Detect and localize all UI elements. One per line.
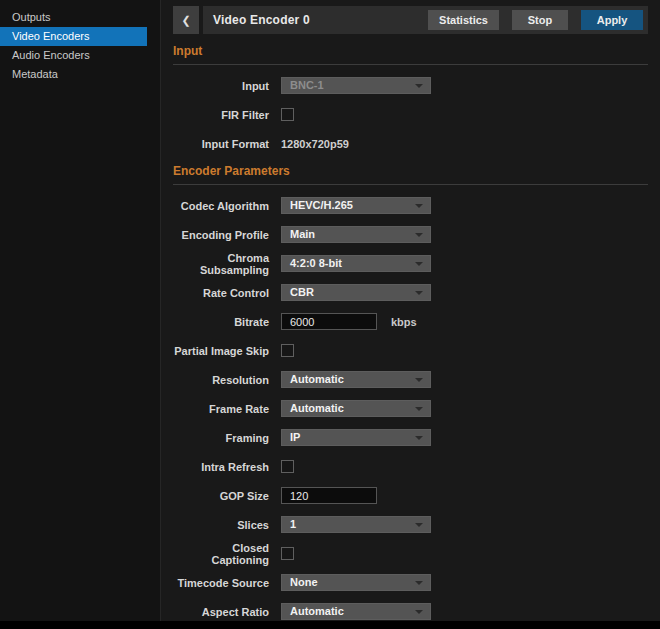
- apply-button[interactable]: Apply: [581, 10, 643, 30]
- sidebar-item-audio-encoders[interactable]: Audio Encoders: [0, 46, 147, 65]
- field-label: Resolution: [173, 374, 269, 386]
- codec-algorithm-value: HEVC/H.265: [290, 199, 353, 211]
- aspect-ratio-select[interactable]: Automatic: [281, 603, 431, 620]
- slices-row: Slices 1: [173, 516, 648, 533]
- codec-algorithm-row: Codec Algorithm HEVC/H.265: [173, 197, 648, 214]
- fir-filter-row: FIR Filter: [173, 106, 648, 123]
- timecode-source-row: Timecode Source None: [173, 574, 648, 591]
- sidebar-item-outputs[interactable]: Outputs: [0, 8, 147, 27]
- field-label: Encoding Profile: [173, 229, 269, 241]
- sidebar: Outputs Video Encoders Audio Encoders Me…: [0, 0, 159, 629]
- field-label: FIR Filter: [173, 109, 269, 121]
- field-label: Framing: [173, 432, 269, 444]
- codec-algorithm-select[interactable]: HEVC/H.265: [281, 197, 431, 214]
- field-label: Frame Rate: [173, 403, 269, 415]
- slices-value: 1: [290, 518, 296, 530]
- field-label: Rate Control: [173, 287, 269, 299]
- field-label: Slices: [173, 519, 269, 531]
- partial-image-skip-row: Partial Image Skip: [173, 342, 648, 359]
- field-label: Input Format: [173, 138, 269, 150]
- bitrate-unit-label: kbps: [391, 316, 417, 328]
- sidebar-item-metadata[interactable]: Metadata: [0, 65, 147, 84]
- chroma-subsampling-row: Chroma Subsampling 4:2:0 8-bit: [173, 255, 648, 272]
- statistics-button[interactable]: Statistics: [428, 10, 499, 30]
- input-section: Input Input BNC-1 FIR Filter Input Forma…: [173, 44, 648, 152]
- chevron-down-icon: [415, 378, 423, 382]
- closed-captioning-row: Closed Captioning: [173, 545, 648, 562]
- input-section-title: Input: [173, 44, 648, 65]
- framing-select[interactable]: IP: [281, 429, 431, 446]
- back-chevron-icon: ❮: [181, 14, 190, 27]
- chevron-down-icon: [415, 84, 423, 88]
- frame-rate-row: Frame Rate Automatic: [173, 400, 648, 417]
- gop-size-input[interactable]: [281, 487, 377, 504]
- frame-rate-value: Automatic: [290, 402, 344, 414]
- page-title: Video Encoder 0: [213, 13, 415, 27]
- aspect-ratio-value: Automatic: [290, 605, 344, 617]
- slices-select[interactable]: 1: [281, 516, 431, 533]
- encoding-profile-value: Main: [290, 228, 315, 240]
- bottom-edge-bar: [0, 621, 660, 629]
- header-title-strip: Video Encoder 0 Statistics Stop Apply: [203, 6, 648, 34]
- input-row: Input BNC-1: [173, 77, 648, 94]
- field-label: Codec Algorithm: [173, 200, 269, 212]
- aspect-ratio-row: Aspect Ratio Automatic: [173, 603, 648, 620]
- timecode-source-select[interactable]: None: [281, 574, 431, 591]
- encoder-parameters-section: Encoder Parameters Codec Algorithm HEVC/…: [173, 164, 648, 620]
- chevron-down-icon: [415, 436, 423, 440]
- framing-value: IP: [290, 431, 300, 443]
- field-label: Input: [173, 80, 269, 92]
- header-bar: ❮ Video Encoder 0 Statistics Stop Apply: [173, 6, 648, 34]
- resolution-row: Resolution Automatic: [173, 371, 648, 388]
- field-label: Closed Captioning: [173, 542, 269, 566]
- field-label: Aspect Ratio: [173, 606, 269, 618]
- encoder-parameters-section-title: Encoder Parameters: [173, 164, 648, 185]
- input-format-value: 1280x720p59: [281, 138, 349, 150]
- chroma-subsampling-select[interactable]: 4:2:0 8-bit: [281, 255, 431, 272]
- chevron-down-icon: [415, 233, 423, 237]
- resolution-select[interactable]: Automatic: [281, 371, 431, 388]
- stop-button[interactable]: Stop: [512, 10, 568, 30]
- main-panel: ❮ Video Encoder 0 Statistics Stop Apply …: [160, 0, 660, 629]
- rate-control-row: Rate Control CBR: [173, 284, 648, 301]
- chevron-down-icon: [415, 262, 423, 266]
- back-button[interactable]: ❮: [173, 6, 199, 34]
- encoder-settings-window: Outputs Video Encoders Audio Encoders Me…: [0, 0, 660, 629]
- field-label: Partial Image Skip: [173, 345, 269, 357]
- rate-control-select[interactable]: CBR: [281, 284, 431, 301]
- rate-control-value: CBR: [290, 286, 314, 298]
- intra-refresh-row: Intra Refresh: [173, 458, 648, 475]
- chevron-down-icon: [415, 291, 423, 295]
- bitrate-input[interactable]: [281, 313, 377, 330]
- chroma-subsampling-value: 4:2:0 8-bit: [290, 257, 342, 269]
- input-select-value: BNC-1: [290, 79, 324, 91]
- chevron-down-icon: [415, 204, 423, 208]
- framing-row: Framing IP: [173, 429, 648, 446]
- gop-size-row: GOP Size: [173, 487, 648, 504]
- resolution-value: Automatic: [290, 373, 344, 385]
- closed-captioning-checkbox[interactable]: [281, 547, 294, 560]
- input-select: BNC-1: [281, 77, 431, 94]
- bitrate-row: Bitrate kbps: [173, 313, 648, 330]
- chevron-down-icon: [415, 523, 423, 527]
- header-actions: Statistics Stop Apply: [415, 10, 643, 30]
- intra-refresh-checkbox[interactable]: [281, 460, 294, 473]
- timecode-source-value: None: [290, 576, 318, 588]
- sidebar-item-video-encoders[interactable]: Video Encoders: [0, 27, 147, 46]
- field-label: Chroma Subsampling: [173, 252, 269, 276]
- field-label: Bitrate: [173, 316, 269, 328]
- partial-image-skip-checkbox[interactable]: [281, 344, 294, 357]
- field-label: Timecode Source: [173, 577, 269, 589]
- encoding-profile-select[interactable]: Main: [281, 226, 431, 243]
- encoding-profile-row: Encoding Profile Main: [173, 226, 648, 243]
- chevron-down-icon: [415, 610, 423, 614]
- chevron-down-icon: [415, 581, 423, 585]
- field-label: GOP Size: [173, 490, 269, 502]
- chevron-down-icon: [415, 407, 423, 411]
- field-label: Intra Refresh: [173, 461, 269, 473]
- input-format-row: Input Format 1280x720p59: [173, 135, 648, 152]
- fir-filter-checkbox[interactable]: [281, 108, 294, 121]
- frame-rate-select[interactable]: Automatic: [281, 400, 431, 417]
